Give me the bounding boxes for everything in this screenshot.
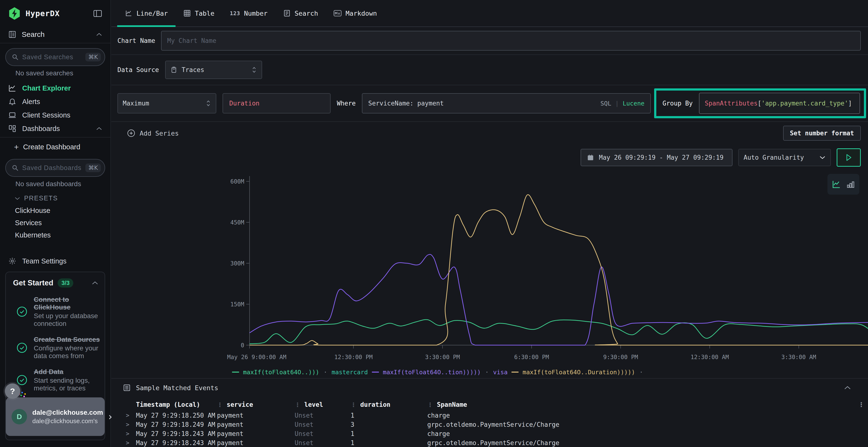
saved-dashboards-input[interactable]: Saved Dashboards ⌘K — [5, 159, 105, 177]
cell-service: payment — [217, 421, 294, 428]
gear-icon — [8, 257, 17, 265]
table-row[interactable]: >May 27 9:29:18.249 AMpaymentUnset3grpc.… — [112, 420, 868, 429]
legend-swatch — [232, 372, 239, 373]
svg-text:300M: 300M — [230, 260, 244, 267]
data-source-label: Data Source — [117, 66, 159, 73]
cell-spanname: grpc.oteldemo.PaymentService/Charge — [427, 421, 855, 428]
data-source-select[interactable]: Traces — [165, 61, 262, 79]
row-expand-icon[interactable]: > — [126, 440, 136, 446]
cell-spanname: charge — [427, 430, 855, 437]
run-query-button[interactable] — [837, 148, 861, 167]
check-circle-icon — [17, 306, 28, 317]
column-header-duration[interactable]: ⋮duration — [350, 401, 427, 408]
row-expand-icon[interactable]: > — [126, 421, 136, 428]
date-range-input[interactable]: May 26 09:29:19 - May 27 09:29:19 — [581, 149, 733, 166]
no-saved-searches-label: No saved searches — [16, 69, 111, 77]
user-org: dale@clickhouse.com's — [32, 417, 103, 425]
column-header-level[interactable]: ⋮level — [294, 401, 350, 408]
legend-group-label[interactable]: visa — [493, 369, 507, 376]
timeseries-chart[interactable]: 0150M300M450M600MMay 26 9:00:00 AM12:30:… — [112, 171, 868, 366]
table-row[interactable]: >May 27 9:29:18.250 AMpaymentUnset1charg… — [112, 411, 868, 420]
check-circle-icon — [17, 342, 28, 353]
legend-separator: · — [639, 369, 644, 376]
tab-markdown[interactable]: Markdown — [326, 0, 384, 27]
magnifier-icon — [11, 54, 19, 61]
tab-line-bar[interactable]: Line/Bar — [117, 0, 176, 27]
bar-chart-toggle-icon[interactable] — [846, 179, 856, 189]
set-number-format-button[interactable]: Set number format — [783, 126, 861, 141]
presets-header[interactable]: PRESETS — [0, 192, 111, 204]
legend-series-label[interactable]: maxIf(toFloat64O..tion))))) — [383, 369, 481, 376]
sidebar-item-chart-explorer[interactable]: Chart Explorer — [0, 81, 111, 95]
series-maxIf(Duration) · visa[interactable] — [250, 254, 868, 345]
svg-text:9:30:00 PM: 9:30:00 PM — [603, 354, 638, 360]
tab-table[interactable]: Table — [176, 0, 222, 27]
sql-mode-toggle[interactable]: SQL — [600, 100, 611, 107]
cell-duration: 1 — [350, 412, 427, 419]
sidebar-item-client-sessions[interactable]: Client Sessions — [0, 108, 111, 122]
help-button[interactable]: ? — [5, 383, 20, 399]
aggregation-select[interactable]: Maximum — [117, 93, 216, 113]
sidebar-item-alerts[interactable]: Alerts — [0, 95, 111, 108]
cell-duration: 3 — [350, 421, 427, 428]
preset-kubernetes[interactable]: Kubernetes — [0, 229, 111, 241]
series-maxIf(Duration) · (empty)[interactable] — [250, 195, 868, 345]
chart-name-input[interactable]: My Chart Name — [161, 31, 861, 50]
row-expand-icon[interactable]: > — [126, 412, 136, 419]
get-started-item[interactable]: Connect to ClickHouse Set up your databa… — [13, 296, 98, 328]
legend-swatch — [372, 372, 379, 373]
column-resize-handle[interactable]: ⋮ — [294, 402, 301, 408]
chart-legend: maxIf(toFloat64O..)))·mastercardmaxIf(to… — [112, 366, 868, 378]
chevron-up-icon[interactable] — [92, 281, 98, 285]
preset-clickhouse[interactable]: ClickHouse — [0, 204, 111, 217]
view-tabs: Line/Bar Table 123 Number Search Markdow… — [112, 0, 868, 27]
tab-search[interactable]: Search — [275, 0, 326, 27]
preset-services[interactable]: Services — [0, 217, 111, 229]
sidebar-item-dashboards[interactable]: Dashboards — [0, 122, 111, 138]
row-expand-icon[interactable]: > — [126, 431, 136, 437]
add-series-button[interactable]: Add Series — [127, 129, 179, 137]
chevron-down-icon — [819, 156, 826, 160]
create-dashboard-button[interactable]: + Create Dashboard — [0, 138, 111, 154]
column-resize-handle[interactable]: ⋮ — [217, 402, 223, 408]
column-resize-handle[interactable]: ⋮ — [350, 402, 356, 408]
lucene-mode-toggle[interactable]: Lucene — [623, 100, 644, 107]
chevron-up-icon[interactable] — [844, 385, 851, 390]
user-menu[interactable]: D dale@clickhouse.com dale@clickhouse.co… — [6, 398, 105, 436]
chart-type-toggle[interactable] — [828, 174, 859, 195]
column-header-spanname[interactable]: ⋮SpanName — [427, 401, 855, 408]
series-maxIf(Duration) · mastercard[interactable] — [250, 319, 868, 344]
where-input[interactable]: ServiceName: payment SQL | Lucene — [362, 93, 651, 113]
legend-group-label[interactable]: mastercard — [332, 369, 368, 376]
sidebar-item-team-settings[interactable]: Team Settings — [0, 254, 111, 268]
table-row[interactable]: >May 27 9:29:18.243 AMpaymentUnset1grpc.… — [112, 438, 868, 447]
legend-series-label[interactable]: maxIf(toFloat64O..Duration))))) — [523, 369, 635, 376]
get-started-item[interactable]: Create Data Sources Configure where your… — [13, 336, 98, 360]
tab-number[interactable]: 123 Number — [222, 0, 275, 27]
line-chart-svg[interactable]: 0150M300M450M600MMay 26 9:00:00 AM12:30:… — [227, 171, 868, 366]
cell-timestamp-local-: May 27 9:29:18.243 AM — [136, 430, 217, 437]
cell-duration: 1 — [350, 439, 427, 447]
cell-spanname: grpc.oteldemo.PaymentService/Charge — [427, 439, 855, 447]
metric-field-input[interactable]: Duration — [222, 93, 331, 113]
column-header-timestamp-local-[interactable]: Timestamp (Local) — [136, 401, 217, 408]
svg-text:12:30:00 PM: 12:30:00 PM — [334, 354, 373, 360]
table-menu-icon[interactable]: ⋮ — [855, 401, 868, 408]
saved-searches-input[interactable]: Saved Searches ⌘K — [5, 48, 105, 66]
list-icon — [123, 384, 131, 391]
sidebar-section-search[interactable]: Search — [0, 26, 111, 43]
search-section-icon — [8, 30, 17, 38]
app-title: HyperDX — [26, 9, 60, 18]
get-started-item[interactable]: Add Data Start sending logs, metrics, or… — [13, 368, 98, 392]
search-section-label: Search — [22, 30, 44, 38]
plus-circle-icon — [127, 129, 135, 137]
granularity-select[interactable]: Auto Granularity — [738, 149, 831, 166]
line-chart-toggle-icon[interactable] — [831, 179, 841, 189]
cell-level: Unset — [294, 412, 350, 419]
column-resize-handle[interactable]: ⋮ — [427, 402, 433, 408]
legend-series-label[interactable]: maxIf(toFloat64O..))) — [243, 369, 319, 376]
column-header-service[interactable]: ⋮service — [217, 401, 294, 408]
table-row[interactable]: >May 27 9:29:18.243 AMpaymentUnset1charg… — [112, 429, 868, 438]
group-by-input[interactable]: SpanAttributes['app.payment.card_type'] — [699, 93, 860, 114]
sidebar-collapse-icon[interactable] — [93, 10, 102, 18]
